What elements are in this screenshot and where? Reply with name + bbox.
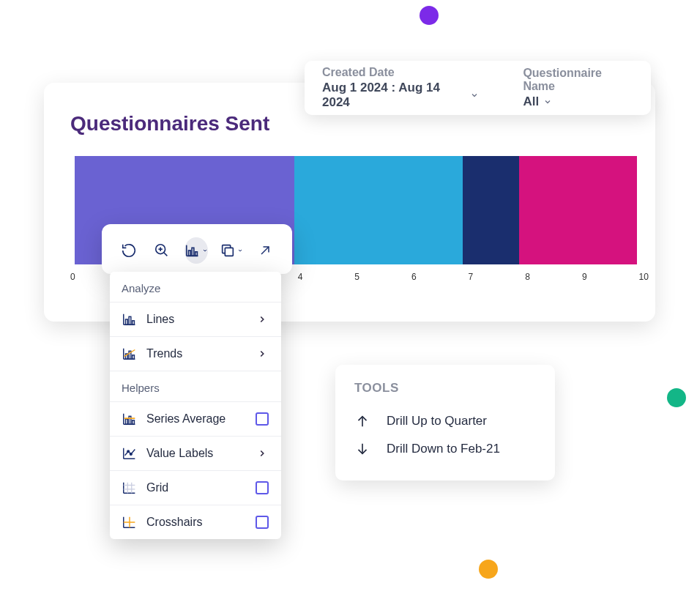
undo-button[interactable] (118, 237, 139, 264)
chevron-down-icon (470, 91, 479, 100)
decor-dot-teal (667, 388, 686, 407)
grid-icon (122, 480, 138, 496)
menu-item-lines[interactable]: Lines (110, 302, 281, 336)
svg-rect-26 (133, 420, 135, 425)
filter-value-text: All (523, 94, 539, 109)
checkbox[interactable] (255, 412, 269, 426)
bar-chart-icon (122, 311, 138, 327)
svg-rect-13 (126, 319, 128, 324)
tools-title: TOOLS (354, 381, 536, 396)
filter-label: Created Date (322, 66, 479, 79)
svg-rect-20 (133, 355, 135, 360)
filter-questionnaire-name[interactable]: Questionnaire Name All (523, 67, 633, 109)
svg-rect-7 (192, 248, 194, 256)
tools-label: Drill Down to Feb-21 (387, 442, 500, 456)
open-external-button[interactable] (255, 237, 276, 264)
tick: 0 (70, 272, 75, 282)
svg-point-31 (130, 453, 132, 456)
chart-title: Questionnaires Sent (70, 112, 629, 136)
filter-value: All (523, 94, 633, 109)
tick: 9 (582, 272, 587, 282)
tools-panel: TOOLS Drill Up to Quarter Drill Down to … (335, 365, 555, 480)
menu-item-crosshairs[interactable]: Crosshairs (110, 505, 281, 539)
bar-segment-3 (463, 156, 519, 264)
svg-rect-15 (133, 321, 135, 325)
checkbox[interactable] (255, 480, 269, 495)
menu-item-label: Value Labels (146, 447, 246, 460)
chevron-down-icon (543, 97, 552, 106)
chevron-right-icon (255, 312, 269, 327)
filter-value-text: Aug 1 2024 : Aug 14 2024 (322, 81, 466, 110)
svg-rect-24 (126, 419, 128, 424)
tick: 8 (525, 272, 530, 282)
arrow-up-icon (354, 413, 370, 429)
menu-item-label: Lines (146, 313, 246, 326)
value-labels-icon (122, 445, 138, 461)
filter-created-date[interactable]: Created Date Aug 1 2024 : Aug 14 2024 (322, 66, 479, 110)
chevron-right-icon (255, 446, 269, 461)
decor-dot-purple (420, 6, 439, 25)
tick: 10 (639, 272, 649, 282)
menu-item-trends[interactable]: Trends (110, 336, 281, 371)
svg-line-3 (164, 253, 168, 256)
svg-line-10 (261, 247, 269, 254)
tick: 6 (411, 272, 417, 282)
crosshairs-icon (122, 514, 138, 530)
svg-point-30 (127, 450, 130, 453)
bar-segment-2 (294, 156, 463, 264)
menu-section-helpers: Helpers (110, 371, 281, 401)
tick: 4 (298, 272, 303, 282)
filter-bar: Created Date Aug 1 2024 : Aug 14 2024 Qu… (305, 61, 651, 115)
svg-rect-6 (188, 251, 190, 256)
zoom-in-button[interactable] (151, 237, 172, 264)
copy-button[interactable] (220, 237, 243, 264)
arrow-down-icon (354, 441, 370, 457)
checkbox[interactable] (255, 515, 269, 530)
svg-rect-14 (129, 316, 131, 324)
drill-down-button[interactable]: Drill Down to Feb-21 (354, 435, 536, 463)
decor-dot-orange (479, 560, 498, 579)
svg-rect-8 (195, 252, 197, 256)
menu-item-value-labels[interactable]: Value Labels (110, 436, 281, 470)
menu-item-label: Trends (146, 347, 246, 360)
drill-up-button[interactable]: Drill Up to Quarter (354, 407, 536, 435)
trend-chart-icon (122, 346, 138, 362)
menu-item-series-average[interactable]: Series Average (110, 401, 281, 436)
menu-item-label: Grid (146, 481, 246, 494)
menu-section-analyze: Analyze (110, 272, 281, 302)
menu-item-label: Series Average (146, 412, 246, 426)
chart-toolbar (102, 224, 292, 274)
filter-label: Questionnaire Name (523, 67, 633, 93)
menu-item-grid[interactable]: Grid (110, 470, 281, 505)
svg-rect-9 (225, 248, 233, 256)
svg-rect-25 (129, 416, 131, 424)
tools-label: Drill Up to Quarter (387, 414, 487, 428)
filter-value: Aug 1 2024 : Aug 14 2024 (322, 81, 479, 110)
tick: 7 (469, 272, 474, 282)
chart-type-button[interactable] (184, 237, 208, 264)
chevron-right-icon (255, 346, 269, 361)
series-average-icon (122, 411, 138, 427)
bar-segment-4 (519, 156, 637, 264)
menu-item-label: Crosshairs (146, 516, 246, 529)
tick: 5 (354, 272, 359, 282)
analyze-menu: Analyze Lines Trends Helpers Series Aver… (110, 272, 281, 539)
